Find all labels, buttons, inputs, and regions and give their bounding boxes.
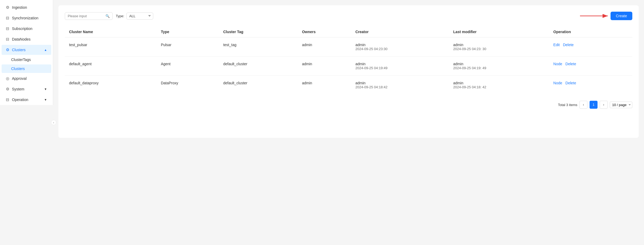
cell-type: Pulsar [157,37,219,56]
sidebar-item-label: Clusters [12,48,25,52]
cell-cluster-name: default_agent [65,56,157,76]
col-cluster-tag: Cluster Tag [219,27,298,37]
col-owners: Owners [298,27,351,37]
sidebar-item-ingestion[interactable]: ⚙ Ingestion [2,2,51,12]
pagination: Total 3 items ‹ 1 › 10 / page 20 / page … [65,101,632,109]
arrow-annotation [579,12,611,20]
op-delete-link[interactable]: Delete [565,81,576,85]
cell-owners: admin [298,76,351,95]
table-row: test_pulsar Pulsar test_tag admin admin … [65,37,632,56]
sidebar-item-label: DataNodes [12,37,31,41]
col-last-modifier: Last modifier [449,27,549,37]
op-node-link[interactable]: Node [553,81,562,85]
cell-creator: admin 2024-09-25 04:18:42 [351,76,449,95]
pagination-page-1[interactable]: 1 [590,101,598,109]
chevron-down-icon: ▼ [44,88,47,91]
cell-cluster-tag: test_tag [219,37,298,56]
sidebar-item-approval[interactable]: ◎ Approval [2,73,51,84]
cell-type: DataProxy [157,76,219,95]
sidebar-collapse-button[interactable]: ‹ [51,120,56,125]
sidebar-sub-item-clusters[interactable]: Clusters [2,64,51,73]
chevron-down-icon: ▼ [44,98,47,101]
cell-cluster-name: default_dataproxy [65,76,157,95]
data-table: Cluster Name Type Cluster Tag Owners Cre… [65,27,632,94]
sidebar-item-operation[interactable]: ⊟ Operation ▼ [2,95,51,105]
cell-type: Agent [157,56,219,76]
main-content: 🔍 Type: ALL Pulsar Agent DataProxy [53,0,644,245]
sidebar-item-subscription[interactable]: ⊟ Subscription [2,24,51,34]
pagination-total: Total 3 items [558,103,577,107]
type-label: Type: [116,14,124,18]
op-edit-link[interactable]: Edit [553,43,560,47]
cell-creator: admin 2024-09-25 04:23:30 [351,37,449,56]
sidebar-item-label: System [12,87,24,91]
create-button[interactable]: Create [611,12,632,20]
cell-last-modifier: admin 2024-09-25 04:19: 49 [449,56,549,76]
sidebar-sub-item-label: Clusters [11,67,25,71]
system-icon: ⚙ [6,87,9,91]
sidebar-sub-item-label: ClusterTags [11,58,31,62]
operation-icon: ⊟ [6,97,9,102]
op-node-link[interactable]: Node [553,62,562,66]
ingestion-icon: ⚙ [6,5,9,10]
pagination-next[interactable]: › [600,101,608,109]
op-delete-link[interactable]: Delete [565,62,576,66]
toolbar-right: Create [611,12,632,20]
approval-icon: ◎ [6,76,9,81]
table-header-row: Cluster Name Type Cluster Tag Owners Cre… [65,27,632,37]
sidebar-sub-item-clustertags[interactable]: ClusterTags [2,55,51,64]
synchronization-icon: ⊟ [6,16,9,20]
sidebar-item-label: Approval [12,76,27,81]
cell-creator: admin 2024-09-25 04:19:49 [351,56,449,76]
cell-owners: admin [298,56,351,76]
chevron-up-icon: ▲ [44,48,47,51]
cell-cluster-tag: default_cluster [219,56,298,76]
search-icon: 🔍 [105,14,110,18]
type-select[interactable]: ALL Pulsar Agent DataProxy [126,12,153,20]
col-creator: Creator [351,27,449,37]
sidebar-item-synchronization[interactable]: ⊟ Synchronization [2,13,51,23]
op-delete-link[interactable]: Delete [563,43,574,47]
sidebar-item-datanodes[interactable]: ⊟ DataNodes [2,34,51,44]
cell-operation: NodeDelete [549,76,632,95]
col-cluster-name: Cluster Name [65,27,157,37]
cell-owners: admin [298,37,351,56]
toolbar: 🔍 Type: ALL Pulsar Agent DataProxy [65,12,632,20]
sidebar: ⚙ Ingestion ⊟ Synchronization ⊟ Subscrip… [0,0,53,105]
col-type: Type [157,27,219,37]
cell-last-modifier: admin 2024-09-25 04:23: 30 [449,37,549,56]
cell-operation: NodeDelete [549,56,632,76]
cell-cluster-tag: default_cluster [219,76,298,95]
cell-cluster-name: test_pulsar [65,37,157,56]
sidebar-item-label: Subscription [12,27,32,31]
content-card: 🔍 Type: ALL Pulsar Agent DataProxy [58,5,639,138]
datanodes-icon: ⊟ [6,37,9,42]
search-input[interactable] [68,14,104,18]
cell-last-modifier: admin 2024-09-25 04:18: 42 [449,76,549,95]
table-row: default_dataproxy DataProxy default_clus… [65,76,632,95]
col-operation: Operation [549,27,632,37]
cell-operation: EditDelete [549,37,632,56]
page-size-select[interactable]: 10 / page 20 / page 50 / page [610,102,632,108]
type-filter: Type: ALL Pulsar Agent DataProxy [116,12,153,20]
sidebar-item-label: Synchronization [12,16,39,20]
sidebar-item-label: Ingestion [12,5,27,10]
clusters-icon: ⚙ [6,47,9,52]
sidebar-item-clusters[interactable]: ⚙ Clusters ▲ [2,45,51,55]
pagination-prev[interactable]: ‹ [579,101,587,109]
table-row: default_agent Agent default_cluster admi… [65,56,632,76]
toolbar-left: 🔍 Type: ALL Pulsar Agent DataProxy [65,12,153,20]
sidebar-item-system[interactable]: ⚙ System ▼ [2,84,51,94]
search-box: 🔍 [65,12,113,20]
sidebar-item-label: Operation [12,98,28,102]
subscription-icon: ⊟ [6,26,9,31]
